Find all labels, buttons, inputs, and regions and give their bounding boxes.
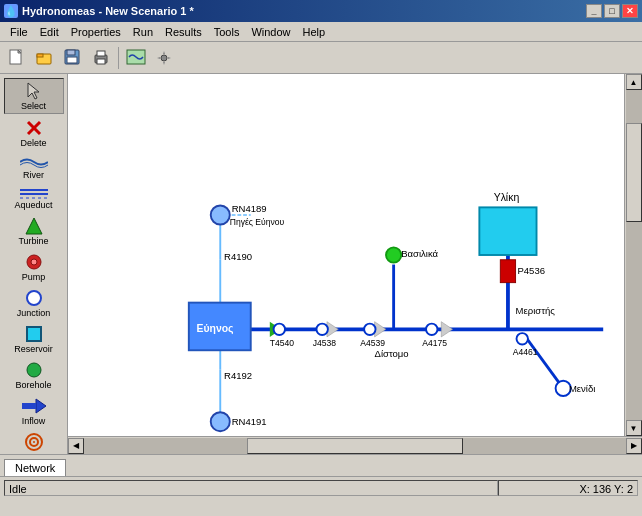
horizontal-scrollbar[interactable]: ◀ ▶ — [68, 436, 642, 454]
tool-aqueduct[interactable]: Aqueduct — [4, 184, 64, 212]
svg-point-62 — [364, 324, 375, 335]
scroll-down-button[interactable]: ▼ — [626, 420, 642, 436]
vertical-scrollbar[interactable]: ▲ ▼ — [624, 74, 642, 436]
app-icon: 💧 — [4, 4, 18, 18]
svg-rect-47 — [500, 260, 515, 283]
svg-rect-6 — [67, 57, 77, 63]
horizontal-scroll-track[interactable] — [84, 438, 626, 454]
status-coords: X: 136 Y: 2 — [498, 480, 638, 496]
network-canvas[interactable]: Υλίκη Εύηνος P4536 RN4189 Πηγές Εύηνου R… — [68, 74, 624, 436]
svg-text:Εύηνος: Εύηνος — [196, 323, 234, 335]
svg-text:RN4189: RN4189 — [232, 203, 267, 214]
svg-rect-21 — [27, 327, 41, 341]
svg-point-58 — [274, 324, 285, 335]
status-left: Idle — [4, 480, 498, 496]
svg-text:Πηγές Εύηνου: Πηγές Εύηνου — [230, 217, 285, 227]
menu-help[interactable]: Help — [297, 24, 332, 40]
svg-point-56 — [386, 247, 401, 262]
network-diagram: Υλίκη Εύηνος P4536 RN4189 Πηγές Εύηνου R… — [68, 74, 624, 436]
svg-point-11 — [161, 55, 167, 61]
tool-turbine-label: Turbine — [18, 236, 48, 246]
tool-junction-label: Junction — [17, 308, 51, 318]
menu-properties[interactable]: Properties — [65, 24, 127, 40]
svg-text:R4190: R4190 — [224, 251, 252, 262]
svg-rect-8 — [97, 51, 105, 56]
svg-point-27 — [33, 441, 35, 443]
tool-reservoir[interactable]: Reservoir — [4, 322, 64, 356]
menu-edit[interactable]: Edit — [34, 24, 65, 40]
toolbar-map[interactable] — [123, 45, 149, 71]
svg-marker-23 — [36, 399, 46, 413]
tool-target-label: Target — [21, 452, 46, 454]
toolbar — [0, 42, 642, 74]
menu-file[interactable]: File — [4, 24, 34, 40]
scroll-left-button[interactable]: ◀ — [68, 438, 84, 454]
svg-text:Μενίδι: Μενίδι — [569, 383, 595, 394]
tool-river[interactable]: River — [4, 152, 64, 182]
svg-point-68 — [517, 333, 528, 344]
svg-text:A4175: A4175 — [422, 338, 447, 348]
menu-results[interactable]: Results — [159, 24, 208, 40]
tool-inflow[interactable]: Inflow — [4, 394, 64, 428]
svg-point-64 — [426, 324, 437, 335]
svg-marker-17 — [26, 218, 42, 234]
toolbar-new[interactable] — [4, 45, 30, 71]
menu-run[interactable]: Run — [127, 24, 159, 40]
toolbar-open[interactable] — [32, 45, 58, 71]
svg-text:RN4191: RN4191 — [232, 416, 267, 427]
minimize-button[interactable]: _ — [586, 4, 602, 18]
canvas-with-scrollbar: Υλίκη Εύηνος P4536 RN4189 Πηγές Εύηνου R… — [68, 74, 642, 436]
maximize-button[interactable]: □ — [604, 4, 620, 18]
tab-network[interactable]: Network — [4, 459, 66, 476]
canvas-container: Υλίκη Εύηνος P4536 RN4189 Πηγές Εύηνου R… — [68, 74, 642, 454]
tool-select[interactable]: Select — [4, 78, 64, 114]
tool-target[interactable]: Target — [4, 430, 64, 454]
tab-bar: Network — [0, 454, 642, 476]
menu-tools[interactable]: Tools — [208, 24, 246, 40]
svg-text:R4192: R4192 — [224, 370, 252, 381]
svg-text:P4536: P4536 — [517, 265, 545, 276]
svg-rect-5 — [67, 50, 75, 55]
tool-turbine[interactable]: Turbine — [4, 214, 64, 248]
svg-rect-3 — [37, 54, 43, 57]
scroll-up-button[interactable]: ▲ — [626, 74, 642, 90]
svg-point-52 — [211, 412, 230, 431]
menu-bar: File Edit Properties Run Results Tools W… — [0, 22, 642, 42]
toolbar-save[interactable] — [60, 45, 86, 71]
tool-reservoir-label: Reservoir — [14, 344, 53, 354]
vertical-scroll-track[interactable] — [626, 90, 642, 420]
svg-text:Υλίκη: Υλίκη — [494, 192, 520, 203]
tool-delete-label: Delete — [20, 138, 46, 148]
horizontal-scroll-thumb[interactable] — [247, 438, 464, 454]
window-title: Hydronomeas - New Scenario 1 * — [22, 5, 194, 17]
status-bar: Idle X: 136 Y: 2 — [0, 476, 642, 498]
svg-point-20 — [27, 291, 41, 305]
toolbar-separator-1 — [118, 47, 119, 69]
svg-text:A4461: A4461 — [513, 347, 538, 357]
svg-text:A4539: A4539 — [360, 338, 385, 348]
tool-pump-label: Pump — [22, 272, 46, 282]
close-button[interactable]: ✕ — [622, 4, 638, 18]
svg-point-19 — [31, 259, 37, 265]
tool-borehole-label: Borehole — [15, 380, 51, 390]
tool-aqueduct-label: Aqueduct — [14, 200, 52, 210]
svg-point-60 — [316, 324, 327, 335]
toolbar-print[interactable] — [88, 45, 114, 71]
svg-rect-43 — [479, 207, 536, 255]
tool-river-label: River — [23, 170, 44, 180]
tool-borehole[interactable]: Borehole — [4, 358, 64, 392]
svg-point-22 — [27, 363, 41, 377]
tool-delete[interactable]: Delete — [4, 116, 64, 150]
svg-text:J4538: J4538 — [313, 338, 337, 348]
tool-select-label: Select — [21, 101, 46, 111]
scroll-right-button[interactable]: ▶ — [626, 438, 642, 454]
vertical-scroll-thumb[interactable] — [626, 123, 642, 222]
svg-text:T4540: T4540 — [270, 338, 295, 348]
menu-window[interactable]: Window — [245, 24, 296, 40]
title-bar: 💧 Hydronomeas - New Scenario 1 * _ □ ✕ — [0, 0, 642, 22]
window-controls[interactable]: _ □ ✕ — [586, 4, 638, 18]
tool-junction[interactable]: Junction — [4, 286, 64, 320]
svg-text:Βασιλικά: Βασιλικά — [401, 248, 438, 259]
tool-pump[interactable]: Pump — [4, 250, 64, 284]
toolbar-settings[interactable] — [151, 45, 177, 71]
